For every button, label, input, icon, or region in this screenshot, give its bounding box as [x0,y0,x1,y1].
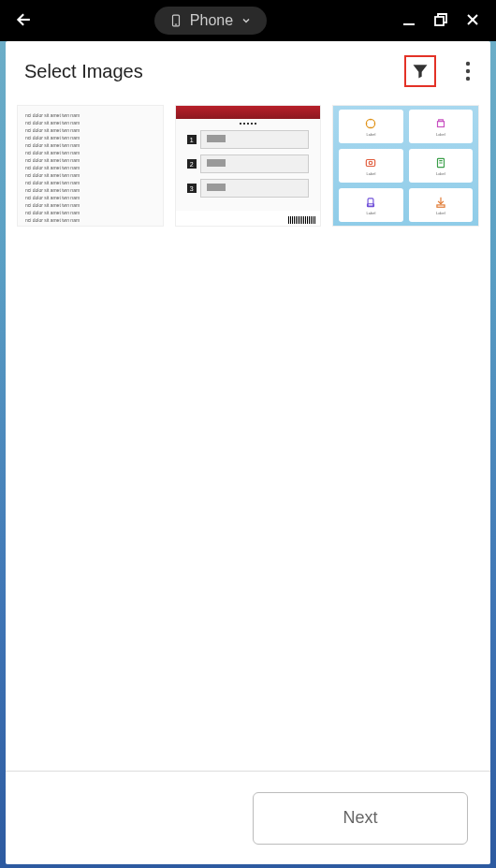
filter-icon [411,62,430,81]
app-header: Select Images [6,41,490,101]
svg-point-6 [466,62,470,66]
more-vert-icon [465,61,471,81]
next-button-label: Next [343,808,377,828]
image-grid: nci dolor sit amet twn nam nci dolor sit… [6,101,490,771]
document-preview: nci dolor sit amet twn nam nci dolor sit… [18,106,163,226]
device-select[interactable]: Phone [154,7,267,35]
svg-point-12 [370,161,373,165]
more-button[interactable] [453,61,483,81]
svg-rect-18 [437,204,445,206]
svg-point-9 [367,119,375,127]
image-thumb-1[interactable]: nci dolor sit amet twn nam nci dolor sit… [17,105,164,227]
chevron-down-icon [241,15,252,26]
back-icon[interactable] [15,10,34,32]
image-thumb-3[interactable]: Label Label Label Label Label Label [332,105,479,227]
device-label: Phone [190,12,233,29]
minimize-icon[interactable] [402,13,416,29]
svg-rect-11 [367,159,375,166]
close-icon[interactable] [466,13,479,29]
appgrid-preview: Label Label Label Label Label Label [333,106,478,226]
instruction-preview: 1 2 3 [176,106,321,226]
svg-rect-3 [435,17,444,25]
next-button[interactable]: Next [253,792,468,845]
svg-point-7 [466,69,470,73]
svg-rect-16 [369,198,374,205]
phone-icon [169,12,182,29]
filter-button[interactable] [404,55,436,87]
window-titlebar: Phone [0,0,496,41]
restore-icon[interactable] [434,13,447,29]
image-thumb-2[interactable]: 1 2 3 [175,105,322,227]
footer: Next [6,771,490,864]
svg-point-8 [466,77,470,81]
page-title: Select Images [24,61,404,82]
svg-rect-10 [437,121,444,126]
app-window: Select Images nci dolor sit amet twn nam… [6,41,490,864]
